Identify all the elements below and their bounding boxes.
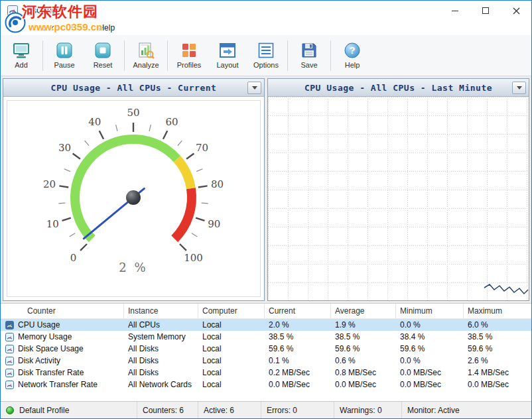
save-label: Save bbox=[300, 61, 317, 69]
table-cell: 2.6 % bbox=[464, 356, 531, 365]
status-monitor: Monitor: Active bbox=[402, 402, 531, 418]
options-icon bbox=[257, 42, 275, 59]
right-panel-dropdown-button[interactable] bbox=[512, 82, 526, 94]
svg-text:100: 100 bbox=[184, 252, 203, 264]
chart-panel-header: CPU Usage - All CPUs - Last Minute bbox=[268, 79, 529, 97]
column-header-computer[interactable]: Computer bbox=[198, 304, 265, 318]
table-cell: 0.0 MB/Sec bbox=[331, 380, 396, 389]
counter-icon bbox=[5, 381, 14, 389]
toolbar-separator bbox=[287, 40, 288, 71]
app-icon bbox=[7, 5, 18, 16]
options-label: Options bbox=[253, 61, 279, 69]
menu-file[interactable]: File bbox=[3, 21, 27, 34]
table-cell: 38.5 % bbox=[464, 332, 531, 341]
svg-text:20: 20 bbox=[43, 178, 56, 190]
column-header-maximum[interactable]: Maximum bbox=[464, 304, 531, 318]
svg-text:?: ? bbox=[349, 44, 355, 56]
minimize-button[interactable] bbox=[440, 1, 470, 21]
menu-monitor[interactable]: Monitor bbox=[27, 21, 64, 34]
table-cell: All Disks bbox=[124, 368, 198, 377]
counter-icon bbox=[5, 321, 14, 329]
options-button[interactable]: Options bbox=[247, 38, 285, 74]
status-errors: Errors: 0 bbox=[261, 402, 334, 418]
add-button[interactable]: Add bbox=[2, 38, 40, 74]
counter-icon bbox=[5, 333, 14, 341]
counter-name: Disk Activity bbox=[18, 356, 60, 365]
toolbar-separator bbox=[167, 40, 168, 71]
table-cell: 1.4 MB/Sec bbox=[464, 368, 531, 377]
gauge-value: 2 % bbox=[119, 261, 147, 274]
table-row[interactable]: Network Transfer RateAll Network CardsLo… bbox=[1, 379, 531, 390]
left-panel-dropdown-button[interactable] bbox=[247, 82, 261, 94]
svg-text:60: 60 bbox=[166, 116, 178, 128]
profiles-button[interactable]: Profiles bbox=[170, 38, 208, 74]
analyze-label: Analyze bbox=[133, 61, 159, 69]
svg-text:50: 50 bbox=[127, 107, 139, 119]
svg-text:70: 70 bbox=[196, 142, 208, 154]
table-row[interactable]: Memory UsageSystem MemoryLocal38.5 %38.5… bbox=[1, 331, 531, 343]
table-row[interactable]: Disk ActivityAll DisksLocal0.1 %0.6 %0.0… bbox=[1, 355, 531, 367]
table-cell: 0.0 % bbox=[396, 356, 464, 365]
column-header-average[interactable]: Average bbox=[331, 304, 396, 318]
maximize-button[interactable] bbox=[470, 1, 501, 21]
table-row[interactable]: CPU UsageAll CPUsLocal2.0 %1.9 %0.0 %6.0… bbox=[1, 319, 531, 331]
table-cell: 0.2 MB/Sec bbox=[265, 368, 331, 377]
chevron-down-icon bbox=[517, 86, 522, 90]
cpu-history-chart bbox=[268, 97, 529, 300]
window-title: SysGauge bbox=[23, 6, 60, 15]
column-header-instance[interactable]: Instance bbox=[124, 304, 198, 318]
status-bar: Default Profile Counters: 6 Active: 6 Er… bbox=[1, 401, 531, 418]
column-header-minimum[interactable]: Minimum bbox=[396, 304, 464, 318]
help-label: Help bbox=[345, 61, 360, 69]
left-panel-title: CPU Usage - All CPUs - Current bbox=[51, 83, 217, 93]
save-button[interactable]: Save bbox=[290, 38, 328, 74]
table-cell: 0.0 MB/Sec bbox=[464, 380, 531, 389]
table-cell: 0.0 MB/Sec bbox=[265, 380, 331, 389]
table-cell: Local bbox=[198, 380, 265, 389]
pause-label: Pause bbox=[54, 61, 74, 69]
svg-text:10: 10 bbox=[46, 218, 59, 230]
table-row[interactable]: Disk Space UsageAll DisksLocal59.6 %59.6… bbox=[1, 343, 531, 355]
close-icon bbox=[513, 7, 520, 15]
gauge-panel: CPU Usage - All CPUs - Current 2 % 01020… bbox=[3, 78, 265, 301]
counter-name: Disk Transfer Rate bbox=[18, 368, 84, 377]
counter-name: CPU Usage bbox=[18, 320, 60, 329]
table-cell: 0.0 MB/Sec bbox=[396, 380, 464, 389]
column-header-current[interactable]: Current bbox=[265, 304, 331, 318]
analyze-button[interactable]: Analyze bbox=[127, 38, 165, 74]
table-cell: System Memory bbox=[124, 332, 198, 341]
toolbar: Add Pause Reset Analyze Profi bbox=[1, 35, 531, 76]
status-counters: Counters: 6 bbox=[137, 402, 198, 418]
menu-bar: File Monitor Tools Help bbox=[1, 21, 531, 35]
window-controls bbox=[440, 1, 531, 21]
gauge-panel-header: CPU Usage - All CPUs - Current bbox=[3, 79, 264, 97]
table-cell: Local bbox=[198, 356, 265, 365]
toolbar-separator bbox=[42, 40, 43, 71]
chevron-down-icon bbox=[252, 86, 257, 90]
save-icon bbox=[300, 42, 318, 59]
reset-icon bbox=[94, 42, 111, 59]
table-cell: All Disks bbox=[124, 344, 198, 353]
status-profile-label: Default Profile bbox=[19, 406, 69, 415]
add-icon bbox=[13, 42, 30, 59]
pause-button[interactable]: Pause bbox=[45, 38, 84, 74]
menu-help[interactable]: Help bbox=[93, 21, 120, 34]
profiles-label: Profiles bbox=[177, 61, 202, 69]
minimize-icon bbox=[452, 11, 458, 11]
menu-tools[interactable]: Tools bbox=[64, 21, 93, 34]
status-warnings: Warnings: 0 bbox=[334, 402, 402, 418]
table-cell: 0.8 MB/Sec bbox=[331, 368, 396, 377]
reset-label: Reset bbox=[94, 61, 113, 69]
column-header-counter[interactable]: Counter bbox=[1, 304, 124, 318]
counter-icon bbox=[5, 345, 14, 353]
table-cell: Local bbox=[198, 344, 265, 353]
table-cell: 0.0 MB/Sec bbox=[396, 368, 464, 377]
analyze-icon bbox=[137, 42, 155, 59]
table-row[interactable]: Disk Transfer RateAll DisksLocal0.2 MB/S… bbox=[1, 367, 531, 379]
close-button[interactable] bbox=[501, 1, 531, 21]
pause-icon bbox=[56, 42, 73, 59]
table-cell: 59.6 % bbox=[331, 344, 396, 353]
reset-button[interactable]: Reset bbox=[84, 38, 122, 74]
help-button[interactable]: ? Help bbox=[333, 38, 371, 74]
layout-button[interactable]: Layout bbox=[208, 38, 247, 74]
